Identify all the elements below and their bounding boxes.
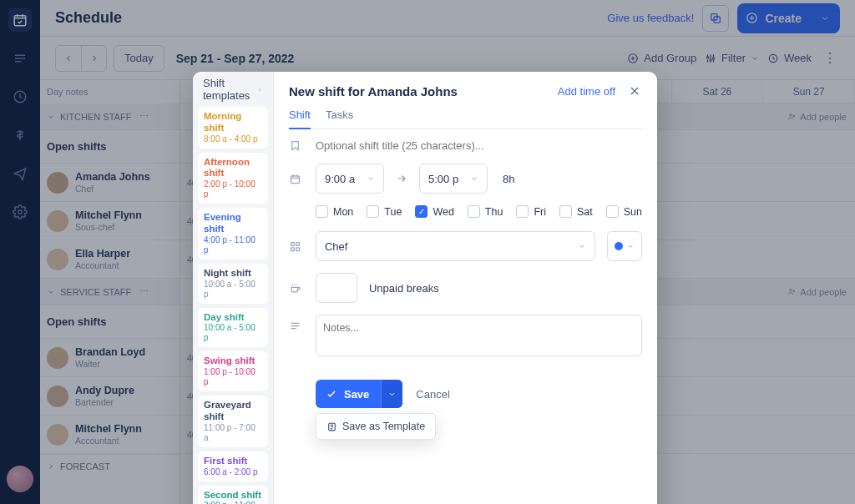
day-fri[interactable]: Fri [516,205,546,218]
notes-input[interactable] [316,315,642,356]
day-sat[interactable]: Sat [559,205,593,218]
svg-rect-13 [291,175,299,183]
add-time-off-link[interactable]: Add time off [558,85,615,98]
template-icon [326,421,337,432]
start-time-select[interactable]: 9:00 a [316,164,384,194]
position-select[interactable]: Chef [316,231,595,261]
coffee-icon [289,282,304,295]
new-shift-modal: Shift templates Morning shift8:00 a - 4:… [193,72,657,504]
shift-template-card[interactable]: Afternoon shift2:00 p - 10:00 p [198,153,268,204]
templates-header[interactable]: Shift templates [198,72,268,107]
shift-title-input[interactable] [316,139,642,152]
check-icon [326,388,337,400]
grid-icon [289,240,304,253]
shift-template-card[interactable]: First shift6:00 a - 2:00 p [198,451,268,481]
color-select[interactable] [607,231,642,261]
notes-icon [289,320,304,332]
day-thu[interactable]: Thu [468,205,503,218]
shift-template-card[interactable]: Night shift10:00 a - 5:00 p [198,264,268,304]
shift-template-card[interactable]: Graveyard shift11:00 p - 7:00 a [198,396,268,447]
modal-body: New shift for Amanda Johns Add time off … [274,72,657,504]
bookmark-icon [289,139,304,152]
svg-rect-14 [291,242,294,245]
cancel-button[interactable]: Cancel [416,388,449,401]
break-label: Unpaid breaks [369,282,439,295]
duration-label: 8h [503,173,514,185]
save-dropdown[interactable] [381,380,402,408]
break-input[interactable] [316,273,357,303]
shift-template-card[interactable]: Day shift10:00 a - 5:00 p [198,308,268,348]
day-tue[interactable]: Tue [367,205,402,218]
shift-template-card[interactable]: Morning shift8:00 a - 4:00 p [198,107,268,149]
svg-rect-16 [291,247,294,250]
shift-template-card[interactable]: Second shift3:00 p - 11:00 p [198,486,268,504]
end-time-select[interactable]: 5:00 p [419,164,488,194]
day-checkboxes: Mon Tue ✓Wed Thu Fri Sat Sun [316,205,642,218]
shift-template-card[interactable]: Swing shift1:00 p - 10:00 p [198,351,268,391]
svg-rect-17 [296,247,300,250]
tab-tasks[interactable]: Tasks [326,103,353,129]
day-mon[interactable]: Mon [316,205,353,218]
day-wed[interactable]: ✓Wed [415,205,453,218]
arrow-right-icon [396,173,407,184]
modal-tabs: Shift Tasks [289,103,642,129]
svg-rect-15 [296,242,300,245]
close-button[interactable] [627,83,642,98]
day-sun[interactable]: Sun [606,205,642,218]
save-as-template-option[interactable]: Save as Template [316,413,436,440]
modal-title: New shift for Amanda Johns [289,84,458,98]
save-button[interactable]: Save [316,380,402,408]
tab-shift[interactable]: Shift [289,103,311,129]
calendar-icon [289,173,304,185]
chevron-right-icon [256,85,263,94]
shift-templates-pane: Shift templates Morning shift8:00 a - 4:… [193,72,274,504]
shift-template-card[interactable]: Evening shift4:00 p - 11:00 p [198,208,268,260]
